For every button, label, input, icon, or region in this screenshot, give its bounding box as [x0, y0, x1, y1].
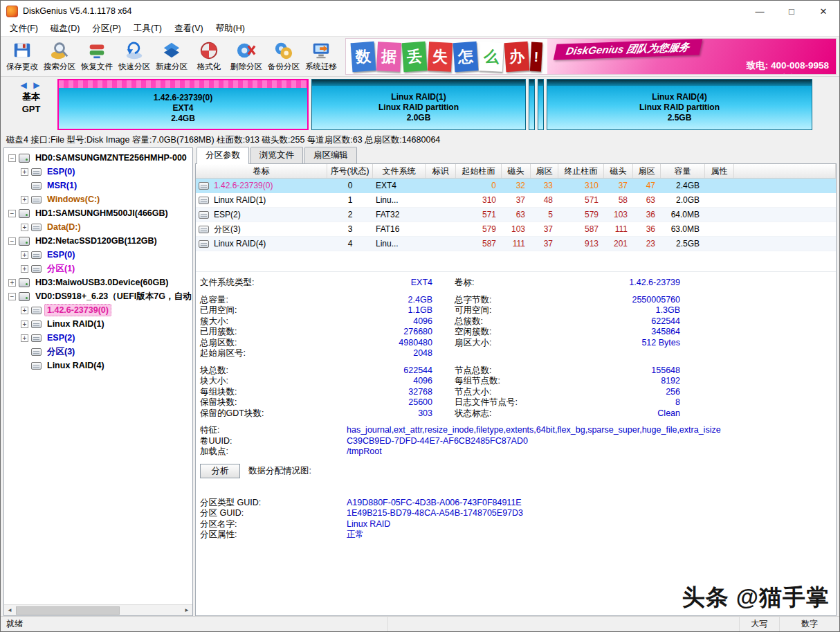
table-row[interactable]: 1.42.6-23739(0)0EXT40323331037472.4GB	[196, 179, 836, 193]
collapse-icon[interactable]: −	[8, 237, 16, 245]
column-header[interactable]: 起始柱面	[456, 164, 502, 178]
scroll-right-arrow-icon[interactable]: ►	[181, 605, 192, 615]
column-header[interactable]: 序号(状态)	[327, 164, 373, 178]
partition-body: 1.42.6-23739(0)EXT42.4GB	[59, 88, 307, 129]
tree-item[interactable]: +Linux RAID(1)	[4, 317, 192, 331]
delete-partition-button[interactable]: 删除分区	[228, 38, 265, 75]
new-partition-button[interactable]: 新建分区	[153, 38, 190, 75]
tree-item[interactable]: −HD1:SAMSUNGHM500JI(466GB)	[4, 206, 192, 220]
backup-partition-button[interactable]: 备份分区	[265, 38, 302, 75]
tree-item[interactable]: +1.42.6-23739(0)	[4, 303, 192, 317]
menu-item[interactable]: 工具(T)	[127, 21, 168, 36]
partition-block[interactable]: Linux RAID(4)Linux RAID partition2.5GB	[547, 79, 812, 130]
ad-service-panel[interactable]: DiskGenius 团队为您服务 致电: 400-008-9958 点击此处选…	[547, 39, 836, 74]
column-header[interactable]: 磁头	[604, 164, 633, 178]
collapse-icon[interactable]: −	[8, 293, 16, 300]
expand-icon[interactable]: +	[21, 320, 28, 328]
cell-ec: 913	[558, 239, 604, 249]
collapse-icon[interactable]: −	[8, 210, 16, 217]
expand-icon[interactable]: +	[8, 279, 16, 287]
collapse-icon[interactable]: −	[8, 154, 16, 162]
detail-value: Linux RAID	[347, 519, 390, 530]
column-header[interactable]: 终止柱面	[558, 164, 604, 178]
prev-disk-arrow-icon[interactable]: ◀	[21, 80, 29, 90]
menu-item[interactable]: 帮助(H)	[210, 21, 251, 36]
tree-item[interactable]: −HD0:SAMSUNGMZNTE256HMHP-000	[4, 151, 192, 165]
menu-item[interactable]: 查看(V)	[168, 21, 210, 36]
table-row[interactable]: Linux RAID(1)1Linu...310374857158632.0GB	[196, 193, 836, 208]
partition-size: 2.0GB	[407, 113, 431, 123]
menu-item[interactable]: 文件(F)	[3, 21, 44, 36]
column-header[interactable]: 属性	[705, 164, 734, 178]
recover-button[interactable]: 恢复文件	[78, 38, 116, 75]
expand-icon[interactable]: +	[21, 307, 28, 314]
table-row[interactable]: ESP(2)2FAT325716355791033664.0MB	[196, 208, 836, 222]
column-header[interactable]: 标识	[426, 164, 456, 178]
save-button[interactable]: 保存更改	[3, 38, 41, 75]
menu-item[interactable]: 磁盘(D)	[44, 21, 86, 36]
tree-item-label: Data(D:)	[44, 221, 84, 233]
ad-banner[interactable]: 数据丢失怎么办! DiskGenius 团队为您服务 致电: 400-008-9…	[345, 38, 837, 75]
tree-item[interactable]: +HD3:MaiwoUSB3.0Device(60GB)	[4, 276, 192, 289]
scrollbar-thumb[interactable]	[16, 606, 120, 615]
tree-item[interactable]: +ESP(0)	[4, 248, 192, 262]
partition-block[interactable]: Linux RAID(1)Linux RAID partition2.0GB	[311, 79, 526, 130]
expand-icon[interactable]: +	[21, 224, 28, 231]
close-button[interactable]: ✕	[807, 1, 839, 21]
tab-browse-files[interactable]: 浏览文件	[250, 147, 303, 163]
cell-sh: 103	[502, 224, 531, 234]
tree-item[interactable]: 分区(3)	[4, 345, 192, 359]
tree-item[interactable]: +Data(D:)	[4, 220, 192, 234]
column-header[interactable]: 扇区	[633, 164, 661, 178]
column-header[interactable]: 磁头	[502, 164, 531, 178]
detail-value: A19D880F-05FC-4D3B-A006-743F0F84911E	[347, 498, 522, 509]
ad-tile-char: 失	[428, 42, 453, 72]
search-button[interactable]: 搜索分区	[41, 38, 78, 75]
column-header[interactable]: 扇区	[531, 164, 558, 178]
minimize-button[interactable]: —	[744, 1, 776, 21]
tree-horizontal-scrollbar[interactable]: ◄ ►	[4, 604, 192, 615]
ad-tile-char: 怎	[453, 41, 479, 71]
maximize-button[interactable]: □	[776, 1, 807, 21]
analyze-button[interactable]: 分析	[200, 464, 240, 478]
tree-item-label: ESP(0)	[44, 165, 77, 178]
tree-item[interactable]: Linux RAID(4)	[4, 359, 192, 372]
system-migrate-button[interactable]: 系统迁移	[302, 38, 340, 75]
detail-label: 分区名字:	[200, 519, 347, 530]
column-header[interactable]: 文件系统	[373, 164, 426, 178]
expand-icon[interactable]: +	[21, 168, 28, 176]
partition-block[interactable]: 1.42.6-23739(0)EXT42.4GB	[57, 79, 309, 130]
next-disk-arrow-icon[interactable]: ▶	[33, 80, 42, 90]
table-row[interactable]: 分区(3)3FAT16579103375871113663.0MB	[196, 222, 836, 237]
expand-icon[interactable]: +	[21, 251, 28, 259]
partition-block[interactable]	[538, 79, 544, 130]
expand-icon[interactable]: +	[21, 334, 28, 342]
detail-value: 2550005760	[585, 295, 680, 306]
table-row[interactable]: Linux RAID(4)4Linu...58711137913201232.5…	[196, 237, 836, 251]
scroll-left-arrow-icon[interactable]: ◄	[4, 605, 15, 615]
detail-label: 保留块数:	[200, 397, 330, 408]
menu-item[interactable]: 分区(P)	[86, 21, 127, 36]
tree-item[interactable]: +ESP(0)	[4, 165, 192, 179]
column-header[interactable]: 卷标	[196, 164, 327, 178]
tree-item[interactable]: +分区(1)	[4, 262, 192, 276]
expand-icon[interactable]: +	[21, 196, 28, 204]
tree-item[interactable]: +Windows(C:)	[4, 192, 192, 206]
tree-item-label: Windows(C:)	[44, 193, 102, 206]
tree-item-label: ESP(2)	[44, 332, 77, 344]
ad-tile-char: 么	[479, 42, 504, 72]
tab-partition-params[interactable]: 分区参数	[197, 147, 249, 164]
volume-label: Linux RAID(4)	[214, 239, 266, 249]
status-bar: 就绪 大写 数字	[1, 616, 839, 631]
partition-block[interactable]	[529, 79, 535, 130]
ad-qq-link[interactable]: 点击此处选择QQ咨询	[556, 73, 829, 74]
tree-item[interactable]: +ESP(2)	[4, 331, 192, 345]
tab-sector-edit[interactable]: 扇区编辑	[304, 147, 357, 163]
format-button[interactable]: 格式化	[190, 38, 228, 75]
tree-item[interactable]: −VD0:DS918+_6.23（UEFI版本7G，自动）	[4, 289, 192, 303]
column-header[interactable]: 容量	[661, 164, 705, 178]
tree-item[interactable]: MSR(1)	[4, 179, 192, 192]
expand-icon[interactable]: +	[21, 265, 28, 273]
tree-item[interactable]: −HD2:NetacSSD120GB(112GB)	[4, 234, 192, 248]
quick-partition-button[interactable]: 快速分区	[116, 38, 153, 75]
